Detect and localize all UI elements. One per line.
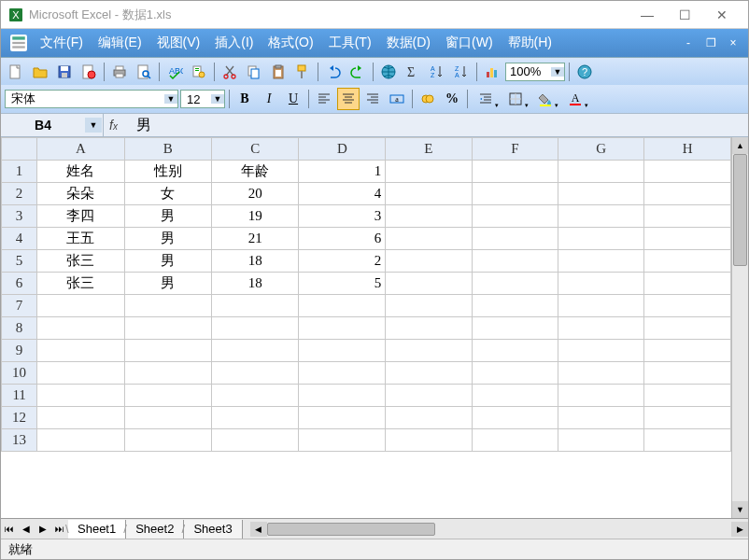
vertical-scrollbar[interactable]: ▲ ▼ xyxy=(731,137,748,518)
cell-G8[interactable] xyxy=(558,317,644,340)
cell-F13[interactable] xyxy=(472,429,558,452)
cell-A7[interactable] xyxy=(37,295,124,317)
cell-E11[interactable] xyxy=(386,385,472,407)
cell-D5[interactable]: 2 xyxy=(299,250,386,273)
cell-C3[interactable]: 19 xyxy=(212,205,299,228)
cell-E10[interactable] xyxy=(386,362,472,385)
cell-B3[interactable]: 男 xyxy=(124,205,211,228)
scroll-down-icon[interactable]: ▼ xyxy=(732,501,748,518)
vscroll-thumb[interactable] xyxy=(733,154,747,266)
cell-G13[interactable] xyxy=(558,429,644,452)
cell-H2[interactable] xyxy=(644,183,731,205)
cell-A2[interactable]: 朵朵 xyxy=(37,183,124,205)
cell-B5[interactable]: 男 xyxy=(124,250,211,273)
spelling-button[interactable]: ABC xyxy=(163,61,186,83)
horizontal-scrollbar[interactable]: ◀ ▶ xyxy=(250,522,748,537)
cell-D7[interactable] xyxy=(299,295,386,317)
row-header-7[interactable]: 7 xyxy=(2,295,37,317)
cut-button[interactable] xyxy=(219,61,241,83)
cell-D2[interactable]: 4 xyxy=(299,183,386,205)
cell-D9[interactable] xyxy=(299,340,386,362)
cell-F3[interactable] xyxy=(472,205,558,228)
cell-D10[interactable] xyxy=(299,362,386,385)
minimize-button[interactable]: — xyxy=(629,2,666,28)
col-header-H[interactable]: H xyxy=(644,138,731,161)
cell-B10[interactable] xyxy=(124,362,211,385)
cell-F1[interactable] xyxy=(472,161,558,183)
sort-desc-button[interactable]: ZA xyxy=(450,61,473,83)
row-header-3[interactable]: 3 xyxy=(2,205,37,228)
cell-H12[interactable] xyxy=(644,407,731,429)
cell-A1[interactable]: 姓名 xyxy=(37,161,124,183)
row-header-2[interactable]: 2 xyxy=(2,183,37,205)
col-header-A[interactable]: A xyxy=(37,138,124,161)
cell-E12[interactable] xyxy=(386,407,472,429)
menu-window[interactable]: 窗口(W) xyxy=(438,32,501,54)
cell-D4[interactable]: 6 xyxy=(299,228,386,250)
cell-G11[interactable] xyxy=(558,385,644,407)
align-right-button[interactable] xyxy=(361,88,384,110)
cell-H5[interactable] xyxy=(644,250,731,273)
row-header-13[interactable]: 13 xyxy=(2,429,37,452)
menu-format[interactable]: 格式(O) xyxy=(261,32,320,54)
scroll-left-icon[interactable]: ◀ xyxy=(250,522,267,537)
merge-center-button[interactable]: a xyxy=(386,88,408,110)
cell-B6[interactable]: 男 xyxy=(124,273,211,295)
name-box-input[interactable] xyxy=(1,118,85,133)
cell-E4[interactable] xyxy=(386,228,472,250)
cell-G3[interactable] xyxy=(558,205,644,228)
cell-G4[interactable] xyxy=(558,228,644,250)
font-color-button[interactable]: A xyxy=(561,88,589,110)
cell-H13[interactable] xyxy=(644,429,731,452)
cell-F6[interactable] xyxy=(472,273,558,295)
cell-F4[interactable] xyxy=(472,228,558,250)
cell-G9[interactable] xyxy=(558,340,644,362)
paste-button[interactable] xyxy=(267,61,290,83)
maximize-button[interactable]: ☐ xyxy=(666,2,703,28)
cell-A13[interactable] xyxy=(37,429,124,452)
font-size-input[interactable] xyxy=(181,92,211,106)
col-header-B[interactable]: B xyxy=(124,138,211,161)
italic-button[interactable]: I xyxy=(258,88,280,110)
cell-D1[interactable]: 1 xyxy=(299,161,386,183)
cell-D12[interactable] xyxy=(299,407,386,429)
cell-F10[interactable] xyxy=(472,362,558,385)
format-painter-button[interactable] xyxy=(291,61,314,83)
cell-B7[interactable] xyxy=(124,295,211,317)
indent-decrease-button[interactable] xyxy=(472,88,500,110)
cell-A6[interactable]: 张三 xyxy=(37,273,124,295)
cell-C6[interactable]: 18 xyxy=(212,273,299,295)
cell-C10[interactable] xyxy=(212,362,299,385)
cell-F2[interactable] xyxy=(472,183,558,205)
align-center-button[interactable] xyxy=(337,88,360,110)
cell-D8[interactable] xyxy=(299,317,386,340)
cell-E1[interactable] xyxy=(386,161,472,183)
row-header-1[interactable]: 1 xyxy=(2,161,37,183)
cell-D3[interactable]: 3 xyxy=(299,205,386,228)
cell-H7[interactable] xyxy=(644,295,731,317)
copy-button[interactable] xyxy=(243,61,265,83)
cell-C2[interactable]: 20 xyxy=(212,183,299,205)
select-all-corner[interactable] xyxy=(2,138,37,161)
cell-E8[interactable] xyxy=(386,317,472,340)
cell-H1[interactable] xyxy=(644,161,731,183)
cell-A8[interactable] xyxy=(37,317,124,340)
sort-asc-button[interactable]: AZ xyxy=(426,61,448,83)
borders-button[interactable] xyxy=(502,88,530,110)
row-header-9[interactable]: 9 xyxy=(2,340,37,362)
cell-G2[interactable] xyxy=(558,183,644,205)
menu-edit[interactable]: 编辑(E) xyxy=(91,32,149,54)
cell-F7[interactable] xyxy=(472,295,558,317)
hyperlink-button[interactable] xyxy=(377,61,400,83)
cell-G5[interactable] xyxy=(558,250,644,273)
cell-C1[interactable]: 年龄 xyxy=(212,161,299,183)
scroll-up-icon[interactable]: ▲ xyxy=(732,137,748,154)
cell-F9[interactable] xyxy=(472,340,558,362)
print-button[interactable] xyxy=(108,61,131,83)
sheet-tab-Sheet3[interactable]: Sheet3 xyxy=(184,520,242,539)
cell-C11[interactable] xyxy=(212,385,299,407)
cell-C9[interactable] xyxy=(212,340,299,362)
cell-F12[interactable] xyxy=(472,407,558,429)
cell-E7[interactable] xyxy=(386,295,472,317)
cell-H10[interactable] xyxy=(644,362,731,385)
